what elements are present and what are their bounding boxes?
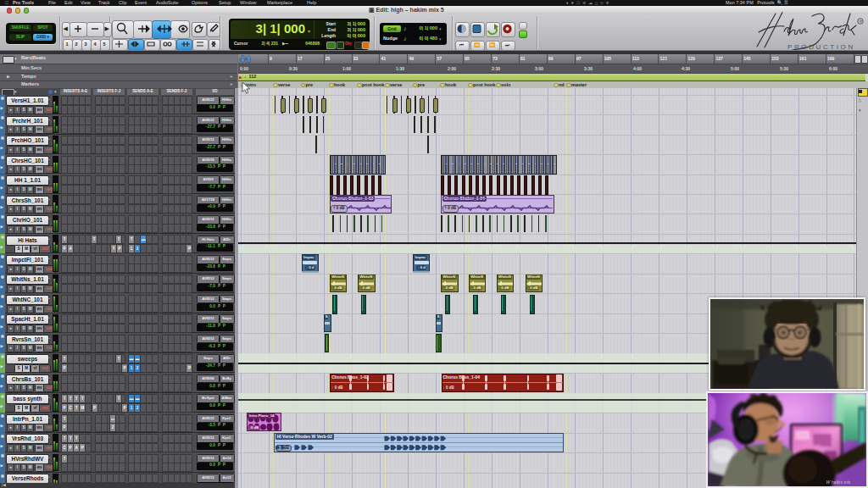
svg-text:𝑊 hakim mix: 𝑊 hakim mix (826, 480, 851, 485)
